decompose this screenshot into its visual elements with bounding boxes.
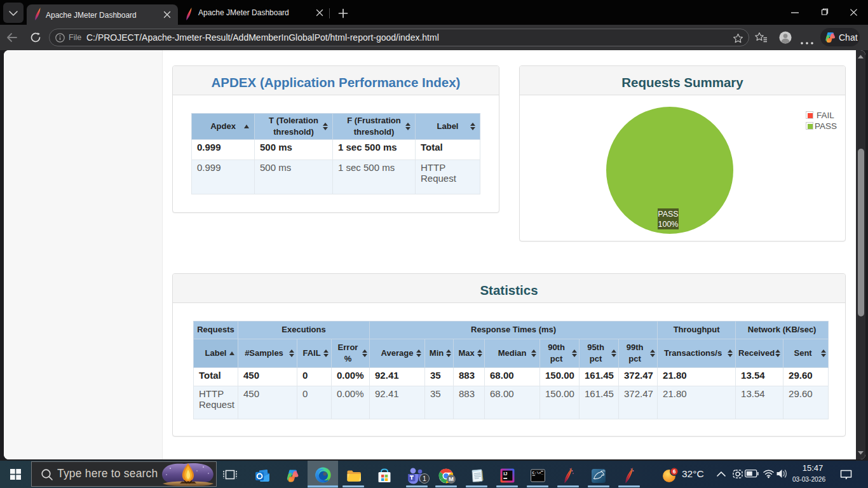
svg-text:6: 6 xyxy=(673,468,676,475)
svg-text:IJ: IJ xyxy=(503,471,507,477)
